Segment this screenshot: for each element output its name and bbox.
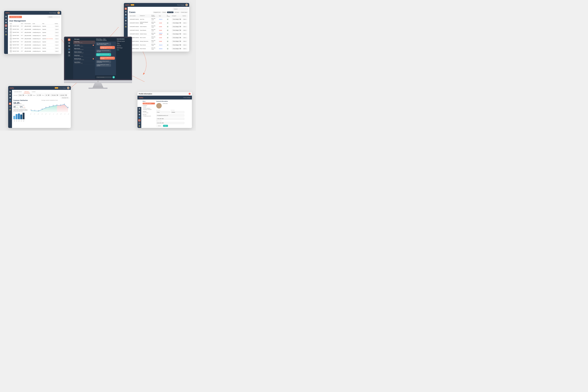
users-search-input[interactable] [48, 16, 60, 18]
cases-sidebar-icon-cases[interactable]: 📋 [125, 10, 127, 13]
menu-item-scores[interactable]: Scores [143, 106, 155, 108]
email-input[interactable] [156, 114, 184, 116]
user-action-btn[interactable]: Action [55, 44, 59, 46]
mobile-input[interactable] [156, 122, 184, 124]
phone-input[interactable] [156, 118, 184, 120]
filter-region[interactable]: All [36, 94, 41, 96]
filter-closed-cases[interactable]: Closed Cases [180, 12, 188, 13]
menu-item-out-of-office[interactable]: Out of office [143, 112, 155, 114]
user-action-btn[interactable]: Action [55, 50, 59, 52]
chat-send-button[interactable]: ▶ [112, 76, 115, 78]
user-action-btn[interactable]: Action [55, 38, 59, 40]
tab-dashboards[interactable]: DASHBOARDS [13, 91, 22, 93]
user-name: Operator Name [9, 50, 20, 53]
action-btn[interactable]: Action [182, 44, 187, 46]
profile-cancel-button[interactable]: Cancel [156, 125, 162, 127]
analytics-sidebar-settings[interactable]: ⚙ [9, 106, 11, 108]
users-sidebar-users[interactable]: 👥 [5, 24, 7, 27]
filter-compare[interactable]: Last week [59, 94, 67, 96]
analytics-sidebar-analytics[interactable]: 📊 [9, 103, 11, 105]
chat-item[interactable]: Maria Garcia Policy renewal question [73, 47, 95, 51]
filter-daterange[interactable]: This week [50, 94, 58, 96]
cases-sidebar-icon-users[interactable]: 👥 [125, 16, 127, 19]
filter-unread[interactable]: Unread [162, 12, 166, 13]
analytics-sidebar-chat[interactable]: 💬 [9, 91, 11, 93]
profile-sidebar-settings[interactable]: ⚙ [138, 122, 140, 124]
cases-sidebar-icon-analytics[interactable]: 📊 [125, 20, 127, 22]
action-btn[interactable]: Action [182, 37, 187, 38]
menu-item-templates[interactable]: Message Templates [143, 109, 155, 110]
cases-sidebar-icon-chat[interactable]: 💬 [125, 8, 127, 10]
user-action-btn[interactable]: Action [55, 35, 59, 36]
users-sidebar-cases[interactable]: 📋 [5, 18, 7, 21]
col-claimant[interactable]: Claimant ⇕ [140, 14, 151, 18]
action-btn[interactable]: Action [182, 40, 187, 42]
users-sidebar-analytics[interactable]: 📊 [5, 28, 7, 30]
profile-close-button[interactable]: × [189, 93, 190, 95]
users-sidebar-scoring[interactable]: ⭐ [5, 34, 7, 36]
analytics-sidebar-scoring[interactable]: ⭐ [9, 108, 11, 111]
profile-sidebar-policy[interactable]: 📄 [138, 114, 140, 116]
profile-sidebar-users[interactable]: 👥 [138, 116, 140, 118]
chat-input[interactable] [96, 76, 112, 78]
chat-sidebar-analytics[interactable]: 📊 [68, 51, 70, 54]
action-btn[interactable]: Action [182, 30, 187, 31]
chat-item[interactable]: Emily Davis Can you help me with... [73, 54, 95, 58]
menu-item-survey[interactable]: Survey feedback [143, 108, 155, 109]
profile-sidebar-scoring[interactable]: ⭐ [138, 125, 140, 127]
profile-sidebar-chat[interactable]: 💬 [138, 108, 140, 110]
analytics-sidebar-policy[interactable]: 📄 [9, 97, 11, 99]
cases-sidebar-icon-settings[interactable]: ⚙ [125, 22, 127, 25]
filter-office[interactable]: All [45, 94, 50, 96]
tab-cases[interactable]: CASES [31, 91, 36, 93]
menu-item-change-password[interactable]: Change password [143, 116, 155, 117]
profile-sidebar-cases[interactable]: 📋 [138, 111, 140, 113]
user-action-btn[interactable]: Action [55, 47, 59, 49]
action-btn[interactable]: Action [182, 22, 187, 24]
analytics-sidebar-users[interactable]: 👥 [9, 100, 11, 102]
firstname-input[interactable] [156, 111, 170, 113]
filter-casetype[interactable]: Cases [18, 94, 24, 96]
chat-item[interactable]: 3 John Smith About my claim status... [73, 44, 95, 47]
cases-sidebar-icon-policy[interactable]: 📄 [125, 14, 127, 16]
analytics-sidebar-cases[interactable]: 📋 [9, 94, 11, 96]
cases-search-input[interactable] [173, 8, 188, 10]
profile-email-field [156, 114, 184, 116]
add-operator-button[interactable]: Add New Operator + [9, 16, 22, 18]
chat-item[interactable]: 1 Michael Brown New claim opened today [73, 58, 95, 61]
profile-save-button[interactable]: Save [163, 125, 168, 127]
menu-item-profile[interactable]: Profile Information [143, 103, 155, 104]
action-btn[interactable]: Action [182, 33, 187, 35]
chat-item[interactable]: Sarah Wilson Following up on case [73, 61, 95, 64]
filter-all-cases[interactable]: All Cases [174, 12, 180, 13]
chat-item[interactable]: Robert Johnson Need documents ASAP [73, 51, 95, 54]
chat-sidebar-settings[interactable]: ⚙ [68, 54, 70, 56]
filter-new-cases[interactable]: New Cases [167, 12, 174, 13]
svg-point-10 [64, 104, 64, 105]
lastname-input[interactable] [171, 111, 184, 113]
tab-details[interactable]: DETAILS [24, 91, 30, 93]
user-action-btn[interactable]: Action [55, 41, 59, 42]
chat-item[interactable]: 2:30pm Aisha King Hi there, I need help.… [73, 40, 95, 44]
chat-sidebar-policy[interactable]: 📄 [68, 45, 70, 47]
action-btn[interactable]: Action [182, 18, 187, 20]
action-btn[interactable]: Action [182, 48, 187, 50]
profile-sidebar-profile[interactable]: 👤 [138, 119, 140, 122]
filter-assigned-to-me[interactable]: Assigned to me [153, 12, 161, 13]
filter-job[interactable]: All [27, 94, 32, 96]
chat-sidebar-cases[interactable]: 📋 [68, 42, 70, 44]
profile-window-title: Profile Information [139, 93, 152, 94]
cases-sidebar-icon-scoring[interactable]: ⭐ [125, 26, 127, 28]
user-row: Operator Name ★ 4.7 (888)-888-8888 email… [9, 34, 60, 37]
users-sidebar-settings[interactable]: ⚙ [5, 30, 7, 33]
action-btn[interactable]: Action [182, 26, 187, 28]
user-action-btn[interactable]: Action [55, 26, 59, 27]
cases-row: 129281865718281B Nathaniel Edward Halsey… [129, 21, 188, 25]
download-csv-button[interactable]: Download CSV [61, 97, 70, 99]
chat-sidebar-chat[interactable]: 💬 [68, 38, 70, 41]
user-action-btn[interactable]: Action [55, 28, 59, 30]
users-sidebar-chat[interactable]: 💬 [5, 16, 7, 18]
chat-sidebar-users[interactable]: 👥 [68, 48, 70, 50]
user-action-btn[interactable]: Action [55, 32, 59, 33]
users-sidebar-policy[interactable]: 📄 [5, 22, 7, 24]
